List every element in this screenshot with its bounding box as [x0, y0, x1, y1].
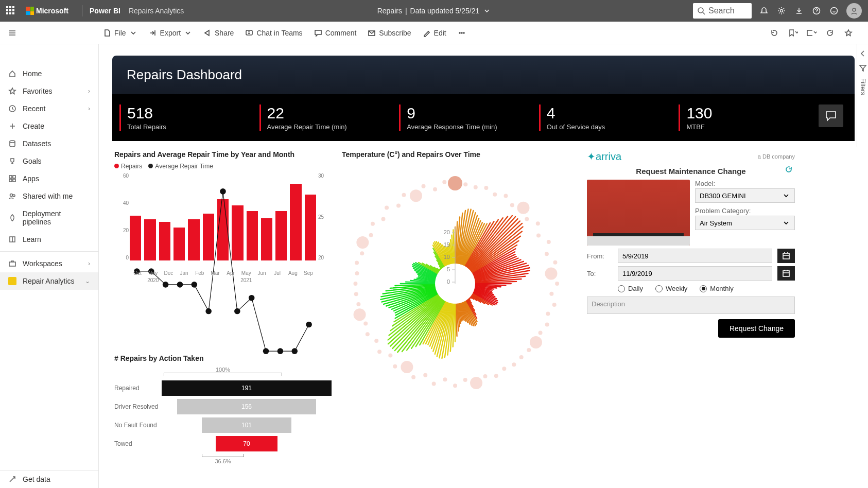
form-refresh-button[interactable] — [746, 165, 795, 178]
svg-point-4 — [853, 8, 856, 11]
rocket-icon — [8, 214, 16, 222]
feedback-icon[interactable] — [829, 6, 839, 16]
svg-point-92 — [442, 180, 446, 184]
help-icon[interactable] — [811, 6, 822, 16]
kpi-out-of-service: 4Out of Service days — [539, 104, 675, 131]
svg-point-63 — [453, 384, 457, 388]
nav-workspaces[interactable]: Workspaces› — [0, 255, 98, 272]
settings-icon[interactable] — [776, 6, 787, 16]
nav-home[interactable]: Home — [0, 65, 98, 82]
svg-point-85 — [381, 217, 386, 221]
svg-point-38 — [504, 194, 508, 198]
model-select[interactable]: DB300 GEMINI — [695, 188, 795, 203]
combo-legend: Repairs Average Repair Time — [114, 163, 332, 170]
favorite-icon[interactable] — [843, 28, 854, 38]
funnel-chart-card[interactable]: # Repairs by Action Taken 100% Repaired1… — [112, 349, 334, 473]
report-action-bar: File Export Share Chat in Teams Comment … — [0, 22, 868, 44]
model-label: Model: — [695, 180, 795, 187]
trophy-icon — [8, 157, 16, 165]
svg-point-7 — [459, 32, 460, 33]
svg-point-87 — [396, 204, 401, 208]
svg-text:15: 15 — [444, 241, 450, 248]
refresh-icon[interactable] — [825, 28, 835, 38]
svg-point-43 — [536, 233, 541, 237]
svg-point-36 — [484, 186, 488, 190]
radio-daily[interactable]: Daily — [618, 285, 643, 292]
nav-apps[interactable]: Apps — [0, 170, 98, 187]
nav-recent[interactable]: Recent› — [0, 100, 98, 117]
nav-goals[interactable]: Goals — [0, 152, 98, 170]
svg-point-53 — [539, 331, 543, 335]
from-date-input[interactable]: 5/9/2019 — [618, 249, 772, 263]
filters-label: Filters — [859, 78, 866, 95]
frequency-radio-group: Daily Weekly Monthly — [618, 285, 795, 292]
nav-toggle-button[interactable] — [0, 22, 25, 44]
edit-button[interactable]: Edit — [423, 29, 446, 37]
svg-point-90 — [422, 184, 426, 188]
radio-monthly[interactable]: Monthly — [700, 285, 734, 292]
combo-chart-card[interactable]: Repairs and Average Repair Time by Year … — [112, 145, 334, 343]
nav-datasets[interactable]: Datasets — [0, 135, 98, 152]
nav-create[interactable]: Create — [0, 117, 98, 135]
category-select[interactable]: Air System — [695, 216, 795, 230]
svg-point-62 — [463, 378, 467, 382]
radial-chart-card[interactable]: Temperature (C°) and Repairs Over Time 0… — [340, 145, 577, 473]
svg-point-3 — [831, 8, 838, 14]
product-label: Power BI — [90, 7, 120, 15]
file-menu[interactable]: File — [103, 29, 137, 37]
svg-point-66 — [423, 373, 427, 377]
home-icon — [8, 69, 16, 78]
comment-button[interactable]: Comment — [314, 29, 357, 37]
view-icon[interactable] — [806, 28, 817, 38]
to-date-input[interactable]: 11/9/2019 — [618, 266, 772, 281]
svg-point-28 — [249, 295, 255, 301]
svg-point-34 — [463, 182, 467, 186]
funnel-bottom-scale: 36.6% — [114, 454, 332, 464]
svg-rect-285 — [783, 253, 789, 259]
dashboard-title: Repairs Dashboard — [112, 56, 855, 94]
svg-point-79 — [355, 271, 359, 275]
nav-shared[interactable]: Shared with me — [0, 187, 98, 205]
svg-text:10: 10 — [444, 254, 450, 260]
star-icon — [8, 87, 16, 95]
description-input[interactable]: Description — [587, 297, 795, 314]
svg-point-52 — [545, 323, 549, 327]
nav-pipelines[interactable]: Deployment pipelines — [0, 205, 98, 231]
download-icon[interactable] — [794, 6, 804, 16]
svg-point-45 — [545, 252, 549, 256]
export-menu[interactable]: Export — [149, 29, 192, 37]
funnel-row: Repaired191 — [114, 379, 332, 397]
vehicle-image — [587, 180, 690, 246]
filters-pane-collapsed[interactable]: Filters — [857, 44, 868, 147]
bookmark-icon[interactable] — [788, 28, 798, 38]
combo-chart: 6040200 302520 OctNovDecJanFebMarAprMayJ… — [114, 173, 332, 276]
chat-teams-button[interactable]: Chat in Teams — [245, 29, 302, 37]
request-change-button[interactable]: Request Change — [718, 319, 795, 338]
svg-point-54 — [530, 336, 542, 348]
radio-weekly[interactable]: Weekly — [655, 285, 687, 292]
svg-point-67 — [411, 375, 415, 379]
comments-button[interactable] — [819, 104, 843, 127]
svg-point-41 — [525, 217, 529, 221]
funnel-row: Driver Resolved156 — [114, 397, 332, 416]
svg-point-70 — [388, 354, 392, 358]
svg-point-72 — [374, 339, 378, 343]
page-breadcrumb[interactable]: Repairs | Data updated 5/25/21 — [377, 7, 491, 15]
nav-learn[interactable]: Learn — [0, 231, 98, 248]
search-input[interactable]: Search — [693, 3, 752, 19]
svg-point-40 — [517, 202, 530, 214]
nav-get-data[interactable]: Get data — [0, 470, 98, 488]
notifications-icon[interactable] — [759, 6, 769, 16]
nav-current-workspace[interactable]: Repair Analytics⌄ — [0, 272, 98, 290]
share-button[interactable]: Share — [203, 29, 234, 37]
calendar-icon — [782, 269, 790, 277]
account-avatar[interactable] — [846, 3, 862, 19]
subscribe-button[interactable]: Subscribe — [368, 29, 411, 37]
nav-favorites[interactable]: Favorites› — [0, 82, 98, 100]
to-calendar-button[interactable] — [777, 266, 795, 281]
app-launcher-icon[interactable] — [6, 6, 15, 15]
more-menu[interactable] — [458, 29, 466, 37]
svg-point-74 — [363, 321, 368, 325]
from-calendar-button[interactable] — [777, 249, 795, 263]
reset-icon[interactable] — [769, 28, 779, 38]
